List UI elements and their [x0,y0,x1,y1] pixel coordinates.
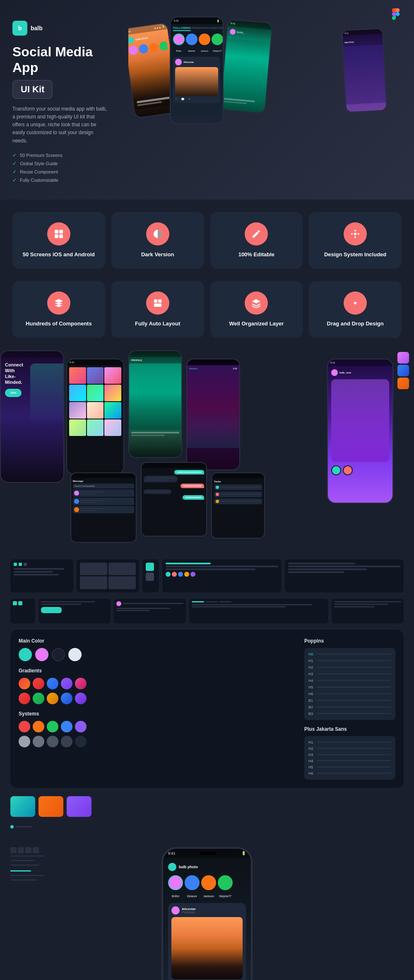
system-purple [75,721,87,732]
features-grid-row2: Hundreds of Components Fully Auto Layout… [0,281,414,350]
system-gray2 [33,736,44,747]
phone-mockup-2: 9:41 🔋 FOLLOWING TRENDING SUGGESTED [170,17,224,124]
typography-jakarta-label: Plus Jakarta Sans [304,726,395,732]
feature-title-auto-layout: Fully Auto Layout [135,320,180,327]
bg-ui-thumbnails [10,847,43,881]
logo-area: b balb [12,21,116,36]
screenshot-phone-city: itbeauti... Edit [186,359,240,470]
screenshot-phone-connect: ConnectWithLike-Minded. Join [0,350,64,483]
feature-card-dark: Dark Version [111,212,204,269]
feature-card-auto-layout: Fully Auto Layout [111,281,204,338]
gradients-label: Gradients [19,668,292,674]
feature-icon-design-system [344,222,367,246]
svg-rect-11 [158,299,161,303]
checklist-item-2: ✓ Global Style Guide [12,161,116,166]
phone-hand-section: 9:41 🔋 balb photo Brittni [0,839,414,980]
phone-mockup-4: 9:41 New Post [342,28,387,113]
feature-icon-screens [47,222,70,246]
feature-icon-drag-drop [344,291,367,315]
typography-poppins-label: Poppins [304,638,395,644]
color-teal [19,648,32,661]
large-phone-mockup: 9:41 🔋 balb photo Brittni [161,847,253,980]
svg-point-6 [354,230,356,231]
gradient-red2 [19,693,30,704]
svg-point-7 [354,236,356,238]
gradient-blue2 [61,693,72,704]
checklist-label-2: Global Style Guide [20,161,58,166]
features-grid-row1: 50 Screens iOS and Android Dark Version … [0,200,414,281]
hero-badge: UI Kit [12,80,53,99]
hero-section: b balb Social Media App UI Kit Transform… [0,0,414,200]
svg-rect-0 [55,230,58,234]
checklist-item-1: ✓ 50 Premium Screens [12,152,116,158]
svg-rect-3 [59,234,63,238]
color-light [68,648,82,661]
logo-box: b [12,21,27,36]
check-icon-4: ✓ [12,177,17,183]
check-icon-3: ✓ [12,169,17,175]
svg-point-13 [354,302,356,304]
typography-section: Poppins H0 H1 H2 H3 [304,638,395,780]
system-gray5 [75,736,87,747]
check-icon-1: ✓ [12,152,17,158]
system-green [47,721,58,732]
feature-title-dark: Dark Version [141,251,174,258]
hero-checklist: ✓ 50 Premium Screens ✓ Global Style Guid… [12,152,116,183]
image-previews [10,796,404,817]
systems-label: Systems [19,711,292,717]
checklist-item-3: ✓ Reuse Component [12,169,116,175]
gradient-red [33,678,44,689]
checklist-item-4: ✓ Fully Customizable [12,177,116,183]
feature-card-components: Hundreds of Components [12,281,105,338]
screenshot-phone-purple: 9:41 balb_user [327,359,393,503]
feature-title-screens: 50 Screens iOS and Android [23,251,95,258]
feature-title-design-system: Design System Included [324,251,386,258]
screenshot-phone-fashion: PROFILE [128,350,182,458]
svg-point-5 [354,233,356,235]
system-gray3 [47,736,58,747]
dots-indicator [10,825,404,828]
feature-icon-editable [245,222,268,246]
check-icon-2: ✓ [12,161,17,166]
gradient-purple [61,678,72,689]
feature-title-drag-drop: Drag and Drop Design [327,320,384,327]
design-system-main: Main Color Gradients [10,630,404,788]
main-color-label: Main Color [19,638,292,644]
feature-title-layers: Well Organized Layer [229,320,284,327]
feature-card-layers: Well Organized Layer [210,281,303,338]
feature-card-screens: 50 Screens iOS and Android [12,212,105,269]
system-orange [33,721,44,732]
color-dark [52,648,65,661]
svg-rect-12 [154,303,161,307]
feature-icon-auto-layout [146,291,169,315]
screenshots-section: ConnectWithLike-Minded. Join 9:41 [0,350,414,549]
feature-icon-components [47,291,70,315]
screenshot-phone-messages: Message Recent Conversations [70,472,137,543]
feature-icon-layers [245,291,268,315]
feature-title-components: Hundreds of Components [26,320,92,327]
color-pink [35,648,48,661]
system-gray4 [61,736,72,747]
ui-panels-row2 [10,599,404,624]
gradient-red-orange [19,678,30,689]
svg-point-9 [358,233,359,235]
system-blue [61,721,72,732]
hero-badge-text: UI Kit [21,84,44,94]
gradient-amber [47,693,58,704]
design-system-section: Main Color Gradients [0,549,414,839]
svg-rect-10 [154,299,157,303]
svg-point-8 [351,233,353,235]
svg-rect-1 [59,230,63,234]
feature-icon-dark [146,222,169,246]
screenshot-phone-gallery: 9:41 [66,359,124,474]
feature-card-editable: 100% Editable [210,212,303,269]
checklist-label-1: 50 Premium Screens [20,153,63,158]
hero-title: Social Media App [12,44,116,76]
checklist-label-4: Fully Customizable [20,178,58,183]
gradient-blue [47,678,58,689]
screenshot-phone-tasks: Tasks [211,472,265,539]
feature-title-editable: 100% Editable [238,251,274,258]
logo-icon: b [18,25,22,31]
hero-description: Transform your social media app with bal… [12,105,108,145]
screenshot-phone-chat [141,462,207,537]
